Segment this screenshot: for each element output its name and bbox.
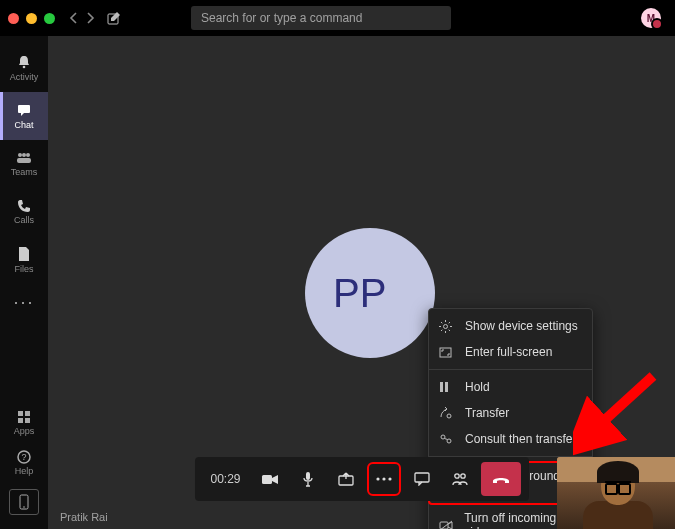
svg-point-14: [23, 506, 25, 508]
rail-label: Apps: [14, 426, 35, 436]
rail-label: Files: [14, 264, 33, 274]
fullscreen-icon: [439, 347, 455, 358]
svg-point-1: [23, 66, 26, 69]
gear-icon: [439, 320, 455, 333]
mic-icon: [302, 471, 314, 487]
svg-rect-26: [306, 472, 310, 480]
nav-arrows: [69, 12, 95, 24]
svg-line-34: [585, 376, 653, 438]
chat-panel-icon: [414, 472, 430, 486]
rail-label: Chat: [14, 120, 33, 130]
camera-icon: [261, 473, 279, 486]
participant-name-label: Pratik Rai: [60, 511, 108, 523]
menu-enter-fullscreen[interactable]: Enter full-screen: [429, 339, 592, 365]
mic-button[interactable]: [291, 462, 325, 496]
hangup-button[interactable]: [481, 462, 521, 496]
minimize-window-button[interactable]: [26, 13, 37, 24]
rail-overflow-button[interactable]: ···: [13, 284, 34, 321]
nav-forward-icon[interactable]: [85, 12, 95, 24]
svg-point-19: [447, 414, 451, 418]
menu-separator: [429, 369, 592, 370]
user-avatar[interactable]: M: [641, 8, 661, 28]
svg-rect-17: [440, 382, 443, 392]
call-toolbar: 00:29: [194, 457, 528, 501]
participant-avatar: PP: [305, 228, 435, 358]
svg-point-21: [447, 439, 451, 443]
rail-help[interactable]: ? Help: [0, 443, 48, 483]
phone-icon: [17, 199, 31, 213]
novideo-icon: [439, 520, 454, 530]
smartphone-icon: [19, 494, 29, 510]
call-stage: PP Show device settings Enter full-scree…: [48, 36, 675, 529]
apps-icon: [17, 410, 31, 424]
svg-rect-8: [25, 411, 30, 416]
svg-point-32: [454, 474, 458, 478]
svg-point-33: [460, 474, 464, 478]
rail-label: Calls: [14, 215, 34, 225]
svg-point-29: [382, 477, 385, 480]
menu-label: Enter full-screen: [465, 345, 552, 359]
svg-rect-10: [25, 418, 30, 423]
help-icon: ?: [17, 450, 31, 464]
rail-label: Help: [15, 466, 34, 476]
window-controls: [8, 13, 55, 24]
bell-icon: [16, 54, 32, 70]
svg-point-3: [18, 153, 22, 157]
participants-button[interactable]: [443, 462, 477, 496]
menu-hold[interactable]: Hold: [429, 374, 592, 400]
call-timer: 00:29: [202, 472, 248, 486]
search-input[interactable]: Search for or type a command: [191, 6, 451, 30]
app-rail: Activity Chat Teams Calls Files ··· Apps: [0, 36, 48, 529]
menu-label: Consult then transfer: [465, 432, 576, 446]
svg-rect-9: [18, 418, 23, 423]
rail-calls[interactable]: Calls: [0, 188, 48, 236]
menu-show-device-settings[interactable]: Show device settings: [429, 313, 592, 339]
svg-point-28: [376, 477, 379, 480]
rail-activity[interactable]: Activity: [0, 44, 48, 92]
menu-label: Show device settings: [465, 319, 578, 333]
svg-rect-31: [415, 473, 429, 482]
transfer-icon: [439, 407, 455, 419]
svg-rect-16: [440, 348, 451, 357]
share-button[interactable]: [329, 462, 363, 496]
maximize-window-button[interactable]: [44, 13, 55, 24]
svg-point-15: [444, 324, 448, 328]
more-actions-button[interactable]: [367, 462, 401, 496]
more-icon: [375, 476, 393, 482]
svg-rect-25: [262, 475, 272, 484]
file-icon: [18, 246, 30, 262]
svg-point-5: [26, 153, 30, 157]
camera-button[interactable]: [253, 462, 287, 496]
chat-icon: [16, 102, 32, 118]
svg-rect-2: [18, 105, 30, 113]
menu-transfer[interactable]: Transfer: [429, 400, 592, 426]
share-icon: [338, 472, 354, 486]
people-icon: [451, 472, 469, 486]
hangup-icon: [491, 473, 511, 485]
compose-icon[interactable]: [107, 11, 121, 25]
rail-teams[interactable]: Teams: [0, 140, 48, 188]
rail-bottom: Apps ? Help: [0, 403, 48, 525]
hold-icon: [439, 381, 455, 393]
rail-chat[interactable]: Chat: [0, 92, 48, 140]
consult-icon: [439, 433, 455, 445]
menu-label: Transfer: [465, 406, 509, 420]
nav-back-icon[interactable]: [69, 12, 79, 24]
menu-consult-transfer[interactable]: Consult then transfer: [429, 426, 592, 452]
svg-rect-6: [17, 158, 31, 163]
device-phone-button[interactable]: [9, 489, 39, 515]
svg-text:?: ?: [21, 452, 26, 462]
chat-panel-button[interactable]: [405, 462, 439, 496]
teams-icon: [15, 151, 33, 165]
menu-label: Hold: [465, 380, 490, 394]
rail-label: Activity: [10, 72, 39, 82]
rail-label: Teams: [11, 167, 38, 177]
rail-files[interactable]: Files: [0, 236, 48, 284]
svg-point-20: [441, 435, 445, 439]
svg-rect-18: [445, 382, 448, 392]
rail-apps[interactable]: Apps: [0, 403, 48, 443]
svg-point-4: [22, 153, 26, 157]
title-bar: Search for or type a command M: [0, 0, 675, 36]
self-view-thumbnail[interactable]: [557, 457, 675, 529]
close-window-button[interactable]: [8, 13, 19, 24]
